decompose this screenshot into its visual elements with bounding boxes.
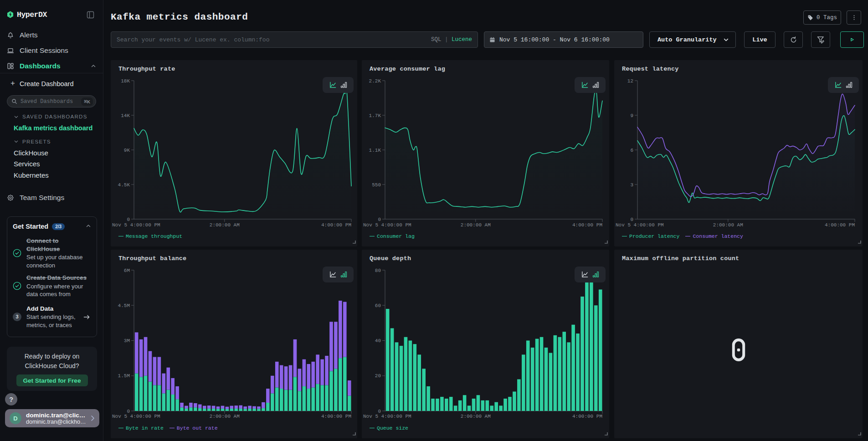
svg-text:2:00:00 AM: 2:00:00 AM <box>210 222 240 228</box>
svg-text:3: 3 <box>630 182 633 188</box>
svg-text:9K: 9K <box>124 148 130 153</box>
svg-text:4.5M: 4.5M <box>118 303 130 308</box>
svg-text:Nov 5 4:00:00 PM: Nov 5 4:00:00 PM <box>616 222 664 228</box>
svg-text:Nov 5 4:00:00 PM: Nov 5 4:00:00 PM <box>363 222 411 228</box>
svg-text:0: 0 <box>378 217 381 222</box>
svg-text:4:00:00 PM: 4:00:00 PM <box>825 222 855 228</box>
svg-text:0: 0 <box>127 409 130 414</box>
svg-text:4:00:00 PM: 4:00:00 PM <box>321 222 351 228</box>
svg-text:0: 0 <box>630 217 633 222</box>
svg-text:1.5M: 1.5M <box>118 373 130 379</box>
svg-text:0: 0 <box>127 217 130 222</box>
svg-text:4.5K: 4.5K <box>118 182 130 188</box>
svg-text:2.2K: 2.2K <box>369 78 381 84</box>
svg-text:2:00:00 AM: 2:00:00 AM <box>461 222 491 228</box>
svg-text:1.1K: 1.1K <box>369 148 381 153</box>
svg-text:60: 60 <box>375 303 381 308</box>
svg-text:9: 9 <box>630 113 633 118</box>
svg-text:2:00:00 AM: 2:00:00 AM <box>461 414 491 419</box>
svg-text:Nov 5 4:00:00 PM: Nov 5 4:00:00 PM <box>112 222 160 228</box>
svg-text:18K: 18K <box>121 78 130 84</box>
svg-text:0: 0 <box>378 409 381 414</box>
svg-text:20: 20 <box>375 373 381 379</box>
svg-text:2:00:00 AM: 2:00:00 AM <box>210 414 240 419</box>
svg-text:6: 6 <box>630 148 633 153</box>
svg-text:12: 12 <box>627 78 633 84</box>
svg-text:4:00:00 PM: 4:00:00 PM <box>572 414 602 419</box>
svg-text:4:00:00 PM: 4:00:00 PM <box>572 222 602 228</box>
svg-text:2:00:00 AM: 2:00:00 AM <box>713 222 743 228</box>
svg-text:80: 80 <box>375 268 381 273</box>
svg-text:Nov 5 4:00:00 PM: Nov 5 4:00:00 PM <box>363 414 411 419</box>
svg-text:4:00:00 PM: 4:00:00 PM <box>321 414 351 419</box>
svg-text:550: 550 <box>372 182 381 188</box>
svg-text:6M: 6M <box>124 268 130 273</box>
svg-text:40: 40 <box>375 338 381 344</box>
svg-text:14K: 14K <box>121 113 130 118</box>
svg-text:3M: 3M <box>124 338 130 344</box>
svg-text:1.7K: 1.7K <box>369 113 381 118</box>
svg-text:Nov 5 4:00:00 PM: Nov 5 4:00:00 PM <box>112 414 160 419</box>
